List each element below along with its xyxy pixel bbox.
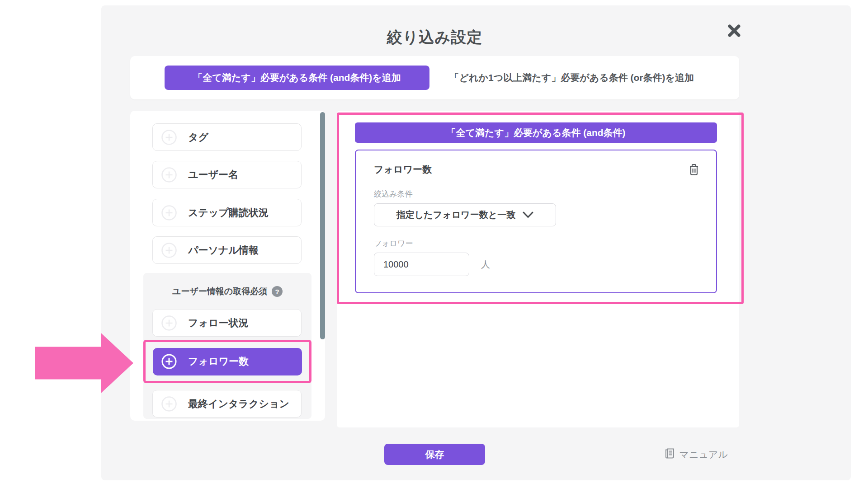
filter-condition-value: 指定したフォロワー数と一致 xyxy=(396,209,515,221)
follower-count-unit: 人 xyxy=(481,258,490,271)
manual-icon xyxy=(664,447,675,461)
sidebar-item-last-interaction[interactable]: 最終インタラクション xyxy=(152,390,302,418)
sidebar-item-label: フォロー状況 xyxy=(188,316,249,330)
sidebar-item-label: フォロワー数 xyxy=(188,355,249,368)
plus-circle-icon xyxy=(161,205,177,221)
condition-card-follower-count: フォロワー数 絞込み条件 xyxy=(355,150,717,293)
sidebar-item-label: タグ xyxy=(188,131,208,144)
add-condition-toolbar: 「全て満たす」必要がある条件 (and条件)を追加 「どれか1つ以上満たす」必要… xyxy=(130,56,739,99)
sidebar-item-tag[interactable]: タグ xyxy=(152,123,302,151)
follower-count-label: フォロワー xyxy=(374,238,700,249)
delete-condition-button[interactable] xyxy=(688,163,700,177)
plus-circle-icon xyxy=(161,167,177,183)
sidebar-item-label: 最終インタラクション xyxy=(188,397,289,411)
plus-circle-icon xyxy=(161,396,177,412)
chevron-down-icon xyxy=(523,211,533,220)
condition-type-sidebar: タグ ユーザー名 ステップ購読状況 xyxy=(130,111,325,421)
manual-link[interactable]: マニュアル xyxy=(664,447,728,461)
save-button[interactable]: 保存 xyxy=(384,444,485,465)
sidebar-item-label: ステップ購読状況 xyxy=(188,206,269,220)
help-icon[interactable]: ? xyxy=(272,286,283,297)
condition-title: フォロワー数 xyxy=(374,163,432,176)
follower-count-input[interactable] xyxy=(374,253,469,276)
section-header: ユーザー情報の取得必須 ? xyxy=(143,273,311,297)
and-condition-group-header: 「全て満たす」必要がある条件 (and条件) xyxy=(355,122,717,143)
plus-circle-icon xyxy=(161,129,177,145)
plus-circle-icon xyxy=(161,353,177,370)
close-icon xyxy=(726,23,742,40)
sidebar-item-label: パーソナル情報 xyxy=(188,244,259,257)
sidebar-item-follower-count[interactable]: フォロワー数 xyxy=(153,348,302,375)
manual-label: マニュアル xyxy=(679,448,728,461)
close-button[interactable] xyxy=(724,22,744,42)
page-title: 絞り込み設定 xyxy=(130,27,739,48)
selected-item-highlight: フォロワー数 xyxy=(143,340,311,383)
sidebar-scrollbar[interactable] xyxy=(320,112,325,339)
sidebar-item-label: ユーザー名 xyxy=(188,168,238,182)
trash-icon xyxy=(688,170,700,177)
sidebar-item-personal-info[interactable]: パーソナル情報 xyxy=(152,236,302,264)
sidebar-item-follow-status[interactable]: フォロー状況 xyxy=(152,309,302,337)
section-header-label: ユーザー情報の取得必須 xyxy=(172,286,267,297)
user-info-required-section: ユーザー情報の取得必須 ? フォロー状況 xyxy=(143,273,311,419)
filter-condition-select[interactable]: 指定したフォロワー数と一致 xyxy=(374,203,556,226)
sidebar-item-step-subscription[interactable]: ステップ購読状況 xyxy=(152,199,302,226)
filter-condition-label: 絞込み条件 xyxy=(374,189,700,199)
page: 絞り込み設定 「全て満たす」必要がある条件 (and条件)を追加 「どれか1つ以… xyxy=(0,0,868,488)
plus-circle-icon xyxy=(161,315,177,331)
filter-settings-modal: 絞り込み設定 「全て満たす」必要がある条件 (and条件)を追加 「どれか1つ以… xyxy=(101,5,851,480)
add-or-condition-button[interactable]: 「どれか1つ以上満たす」必要がある条件 (or条件)を追加 xyxy=(450,71,694,84)
plus-circle-icon xyxy=(161,242,177,258)
sidebar-item-username[interactable]: ユーザー名 xyxy=(152,161,302,188)
add-and-condition-button[interactable]: 「全て満たす」必要がある条件 (and条件)を追加 xyxy=(165,66,429,90)
and-condition-group-highlight: 「全て満たす」必要がある条件 (and条件) フォロワー数 xyxy=(337,113,744,304)
modal-footer: 保存 マニュアル xyxy=(130,444,739,465)
